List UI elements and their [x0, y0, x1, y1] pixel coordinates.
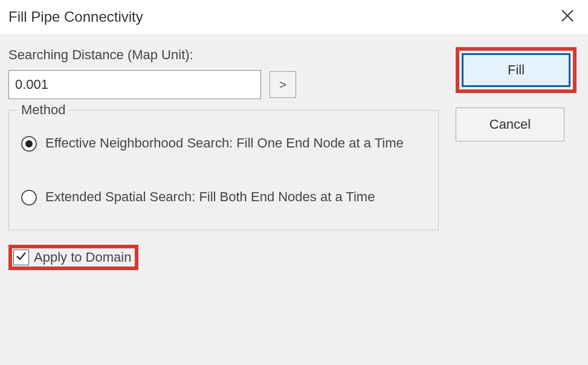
radio-option-extended[interactable]: Extended Spatial Search: Fill Both End N… — [21, 189, 426, 206]
searching-distance-label: Searching Distance (Map Unit): — [8, 47, 444, 63]
window-title: Fill Pipe Connectivity — [8, 8, 143, 25]
cancel-button[interactable]: Cancel — [456, 108, 564, 141]
titlebar: Fill Pipe Connectivity — [0, 0, 588, 34]
checkmark-icon — [16, 251, 27, 265]
arrow-right-icon: > — [279, 78, 286, 92]
method-legend: Method — [18, 102, 69, 118]
radio-button[interactable] — [21, 190, 37, 205]
apply-to-domain-row[interactable]: Apply to Domain — [13, 250, 131, 265]
radio-label: Extended Spatial Search: Fill Both End N… — [45, 189, 375, 206]
fill-button[interactable]: Fill — [462, 53, 570, 87]
fill-button-highlight: Fill — [456, 47, 577, 93]
pick-distance-button[interactable]: > — [270, 71, 296, 98]
searching-distance-input[interactable] — [8, 70, 261, 99]
close-button[interactable] — [555, 5, 580, 29]
method-group: Method Effective Neighborhood Search: Fi… — [8, 110, 439, 230]
radio-button[interactable] — [21, 136, 37, 152]
radio-selected-icon — [25, 140, 33, 147]
apply-to-domain-highlight: Apply to Domain — [8, 245, 138, 270]
radio-option-effective[interactable]: Effective Neighborhood Search: Fill One … — [21, 135, 426, 152]
radio-label: Effective Neighborhood Search: Fill One … — [45, 135, 404, 152]
close-icon — [561, 7, 574, 27]
apply-to-domain-checkbox[interactable] — [13, 250, 29, 265]
form-area: Searching Distance (Map Unit): > Method … — [8, 47, 444, 354]
searching-distance-row: > — [8, 70, 444, 99]
button-column: Fill Cancel — [444, 47, 577, 354]
dialog-body: Searching Distance (Map Unit): > Method … — [0, 34, 588, 365]
apply-to-domain-label: Apply to Domain — [34, 250, 131, 265]
